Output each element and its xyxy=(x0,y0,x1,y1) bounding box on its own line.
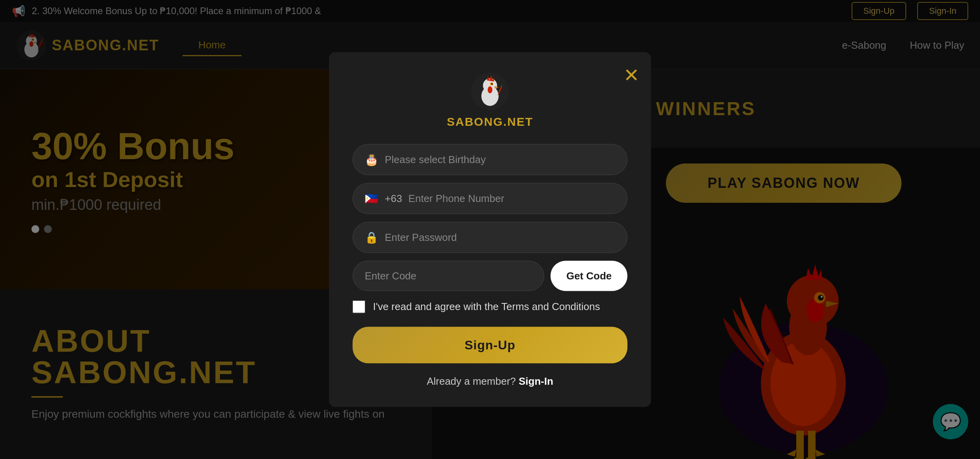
svg-point-27 xyxy=(488,86,492,94)
modal-logo-icon xyxy=(470,72,510,111)
signup-button[interactable]: Sign-Up xyxy=(353,327,627,364)
password-input[interactable] xyxy=(385,231,615,244)
code-input-wrap[interactable] xyxy=(353,261,544,291)
get-code-button[interactable]: Get Code xyxy=(550,261,627,291)
signup-modal: ✕ SABONG.NET 🎂 🇵🇭 +63 🔒 xyxy=(329,52,651,407)
login-prompt: Already a member? Sign-In xyxy=(353,375,627,387)
phone-field[interactable]: 🇵🇭 +63 xyxy=(353,183,627,214)
code-row: Get Code xyxy=(353,261,627,291)
modal-close-button[interactable]: ✕ xyxy=(623,64,639,86)
terms-text: I've read and agree with the Terms and C… xyxy=(373,299,600,314)
flag-icon: 🇵🇭 xyxy=(365,192,378,205)
terms-row: I've read and agree with the Terms and C… xyxy=(353,299,627,314)
modal-logo: SABONG.NET xyxy=(353,72,627,129)
phone-code: +63 xyxy=(385,193,402,205)
lock-icon: 🔒 xyxy=(365,231,378,244)
modal-logo-text: SABONG.NET xyxy=(447,115,533,129)
phone-input[interactable] xyxy=(408,193,615,205)
birthday-input[interactable] xyxy=(385,154,615,166)
code-input[interactable] xyxy=(365,270,532,282)
svg-point-29 xyxy=(491,83,493,85)
terms-checkbox[interactable] xyxy=(353,301,365,313)
birthday-icon: 🎂 xyxy=(365,153,378,166)
password-field[interactable]: 🔒 xyxy=(353,222,627,253)
birthday-field[interactable]: 🎂 xyxy=(353,144,627,175)
signin-link[interactable]: Sign-In xyxy=(519,375,553,387)
already-member-text: Already a member? xyxy=(427,375,516,387)
